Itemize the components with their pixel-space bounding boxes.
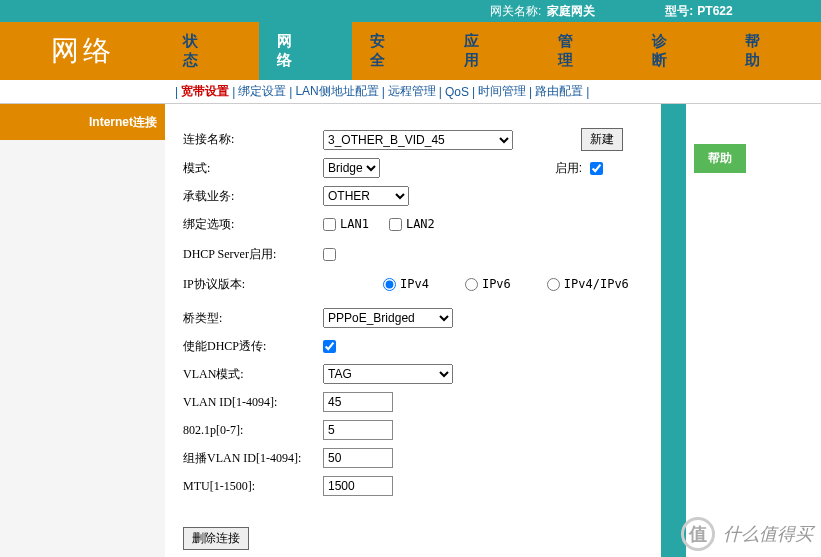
delete-connection-button[interactable]: 删除连接 [183, 527, 249, 550]
bind-label: 绑定选项: [183, 216, 323, 233]
nav-security[interactable]: 安 全 [352, 22, 446, 80]
right-sidebar: 帮助 [686, 104, 821, 557]
conn-name-label: 连接名称: [183, 131, 323, 148]
vlan-mode-label: VLAN模式: [183, 366, 323, 383]
gateway-name: 家庭网关 [547, 3, 595, 20]
multicast-vlan-input[interactable] [323, 448, 393, 468]
left-sidebar: Internet连接 [0, 104, 165, 557]
bridge-type-label: 桥类型: [183, 310, 323, 327]
conn-name-select[interactable]: 3_OTHER_B_VID_45 [323, 130, 513, 150]
nav-network[interactable]: 网 络 [259, 22, 353, 80]
dot1p-label: 802.1p[0-7]: [183, 423, 323, 438]
dhcp-server-checkbox[interactable] [323, 248, 336, 261]
subnav-remote-mgmt[interactable]: 远程管理 [388, 83, 436, 100]
nav-application[interactable]: 应 用 [446, 22, 540, 80]
dhcp-passthrough-label: 使能DHCP透传: [183, 338, 323, 355]
ipv6-label: IPv6 [482, 277, 511, 291]
ipv6-radio[interactable] [465, 278, 478, 291]
subnav-binding[interactable]: 绑定设置 [238, 83, 286, 100]
ipv4ipv6-label: IPv4/IPv6 [564, 277, 629, 291]
nav-status[interactable]: 状 态 [165, 22, 259, 80]
vlan-id-label: VLAN ID[1-4094]: [183, 395, 323, 410]
main-nav: 状 态 网 络 安 全 应 用 管 理 诊 断 帮 助 [165, 22, 821, 80]
bind-lan1-label: LAN1 [340, 217, 369, 231]
main-content: 连接名称: 3_OTHER_B_VID_45 新建 模式: Bridge 启用:… [165, 104, 686, 557]
bind-lan2-label: LAN2 [406, 217, 435, 231]
bridge-type-select[interactable]: PPPoE_Bridged [323, 308, 453, 328]
vlan-mode-select[interactable]: TAG [323, 364, 453, 384]
watermark: 值 什么值得买 [681, 517, 813, 551]
service-label: 承载业务: [183, 188, 323, 205]
mtu-label: MTU[1-1500]: [183, 479, 323, 494]
subnav-lan-address[interactable]: LAN侧地址配置 [295, 83, 378, 100]
new-button[interactable]: 新建 [581, 128, 623, 151]
logo: 网络 [0, 22, 165, 80]
multicast-vlan-label: 组播VLAN ID[1-4094]: [183, 450, 323, 467]
ipv4-label: IPv4 [400, 277, 429, 291]
vlan-id-input[interactable] [323, 392, 393, 412]
service-select[interactable]: OTHER [323, 186, 409, 206]
dot1p-input[interactable] [323, 420, 393, 440]
subnav-time-mgmt[interactable]: 时间管理 [478, 83, 526, 100]
nav-help[interactable]: 帮 助 [727, 22, 821, 80]
top-bar: 网关名称: 家庭网关 型号: PT622 [0, 0, 821, 22]
model-label: 型号: [665, 3, 693, 20]
enable-label: 启用: [555, 160, 582, 177]
ipv4-radio[interactable] [383, 278, 396, 291]
subnav-broadband[interactable]: 宽带设置 [181, 83, 229, 100]
model-value: PT622 [697, 4, 732, 18]
ipv4ipv6-radio[interactable] [547, 278, 560, 291]
watermark-text: 什么值得买 [723, 522, 813, 546]
dhcp-passthrough-checkbox[interactable] [323, 340, 336, 353]
mode-label: 模式: [183, 160, 323, 177]
left-sidebar-header: Internet连接 [0, 104, 165, 140]
nav-diagnostics[interactable]: 诊 断 [634, 22, 728, 80]
nav-management[interactable]: 管 理 [540, 22, 634, 80]
header: 网络 状 态 网 络 安 全 应 用 管 理 诊 断 帮 助 [0, 22, 821, 80]
sub-nav: | 宽带设置 | 绑定设置 | LAN侧地址配置 | 远程管理 | QoS | … [0, 80, 821, 104]
help-box[interactable]: 帮助 [694, 144, 746, 173]
enable-checkbox[interactable] [590, 162, 603, 175]
subnav-qos[interactable]: QoS [445, 85, 469, 99]
subnav-route-config[interactable]: 路由配置 [535, 83, 583, 100]
ip-version-label: IP协议版本: [183, 276, 323, 293]
bind-lan1-checkbox[interactable] [323, 218, 336, 231]
bind-lan2-checkbox[interactable] [389, 218, 402, 231]
gateway-label: 网关名称: [490, 3, 541, 20]
dhcp-server-label: DHCP Server启用: [183, 246, 323, 263]
mtu-input[interactable] [323, 476, 393, 496]
watermark-icon: 值 [681, 517, 715, 551]
mode-select[interactable]: Bridge [323, 158, 380, 178]
